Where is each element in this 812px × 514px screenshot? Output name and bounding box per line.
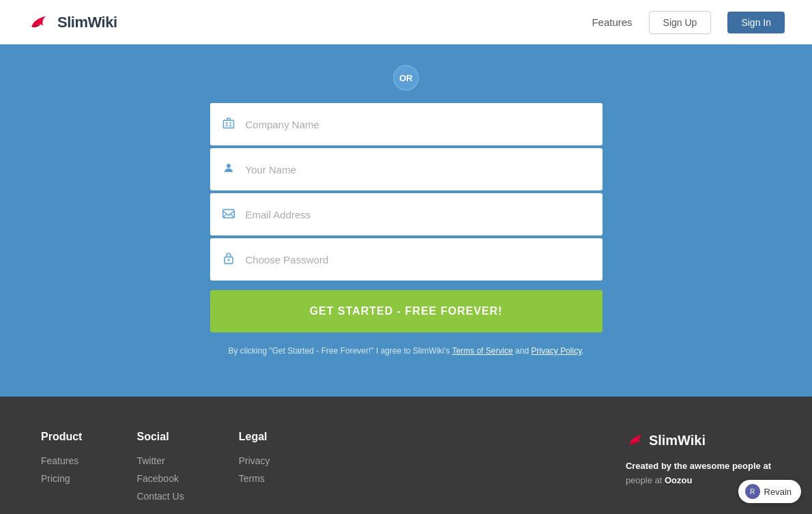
- footer-twitter-link[interactable]: Twitter: [136, 455, 184, 466]
- email-icon: [221, 208, 236, 222]
- svg-rect-0: [223, 120, 233, 128]
- svg-rect-1: [226, 122, 227, 124]
- svg-point-10: [227, 259, 229, 261]
- password-input[interactable]: [246, 254, 592, 266]
- logo-icon: [27, 12, 49, 33]
- email-field-row: [210, 193, 603, 235]
- footer-terms-link[interactable]: Terms: [239, 473, 270, 484]
- revain-icon: R: [745, 484, 760, 499]
- email-input[interactable]: [246, 209, 592, 220]
- footer-legal-heading: Legal: [239, 431, 270, 443]
- svg-line-7: [222, 214, 226, 217]
- footer-social-col: Social Twitter Facebook Contact Us: [136, 431, 184, 509]
- site-header: SlimWiki Features Sign Up Sign In: [0, 0, 812, 44]
- svg-rect-4: [229, 125, 231, 126]
- footer-legal-col: Legal Privacy Terms: [239, 431, 270, 491]
- person-icon: [221, 162, 236, 177]
- privacy-link[interactable]: Privacy Policy: [531, 346, 581, 356]
- signup-button[interactable]: Sign Up: [649, 11, 712, 34]
- footer-privacy-link[interactable]: Privacy: [239, 455, 270, 466]
- or-divider: OR: [393, 65, 419, 91]
- footer-product-heading: Product: [41, 431, 82, 443]
- footer-logo-icon: [626, 431, 645, 450]
- footer-logo[interactable]: SlimWiki: [626, 431, 706, 450]
- footer-product-col: Product Features Pricing: [41, 431, 82, 491]
- svg-rect-2: [229, 122, 231, 124]
- footer-facebook-link[interactable]: Facebook: [136, 473, 184, 484]
- password-field-row: [210, 238, 603, 281]
- footer-features-link[interactable]: Features: [41, 455, 82, 466]
- logo[interactable]: SlimWiki: [27, 12, 117, 33]
- main-section: OR: [0, 44, 812, 397]
- footer-contact-link[interactable]: Contact Us: [136, 491, 184, 502]
- footer-logo-text: SlimWiki: [649, 433, 706, 448]
- company-name-input[interactable]: [246, 119, 592, 130]
- footer-pricing-link[interactable]: Pricing: [41, 473, 82, 484]
- logo-text: SlimWiki: [57, 14, 117, 31]
- get-started-button[interactable]: GET STARTED - FREE FOREVER!: [210, 290, 603, 332]
- site-footer: Product Features Pricing Social Twitter …: [0, 397, 812, 514]
- lock-icon: [221, 252, 236, 268]
- tos-link[interactable]: Terms of Service: [452, 346, 512, 356]
- your-name-field-row: [210, 148, 603, 190]
- revain-badge[interactable]: R Revain: [738, 480, 801, 503]
- disclaimer-text: By clicking "Get Started - Free Forever!…: [210, 346, 603, 356]
- svg-rect-3: [226, 125, 227, 126]
- nav-features[interactable]: Features: [592, 16, 632, 28]
- main-nav: Features Sign Up Sign In: [592, 11, 785, 34]
- svg-line-8: [231, 214, 234, 217]
- your-name-input[interactable]: [246, 164, 592, 175]
- signin-button[interactable]: Sign In: [727, 12, 785, 33]
- signup-form: GET STARTED - FREE FOREVER! By clicking …: [210, 103, 603, 356]
- company-icon: [221, 117, 236, 132]
- revain-label: Revain: [764, 487, 792, 497]
- company-name-field-row: [210, 103, 603, 145]
- svg-point-5: [227, 164, 231, 168]
- footer-social-heading: Social: [136, 431, 184, 443]
